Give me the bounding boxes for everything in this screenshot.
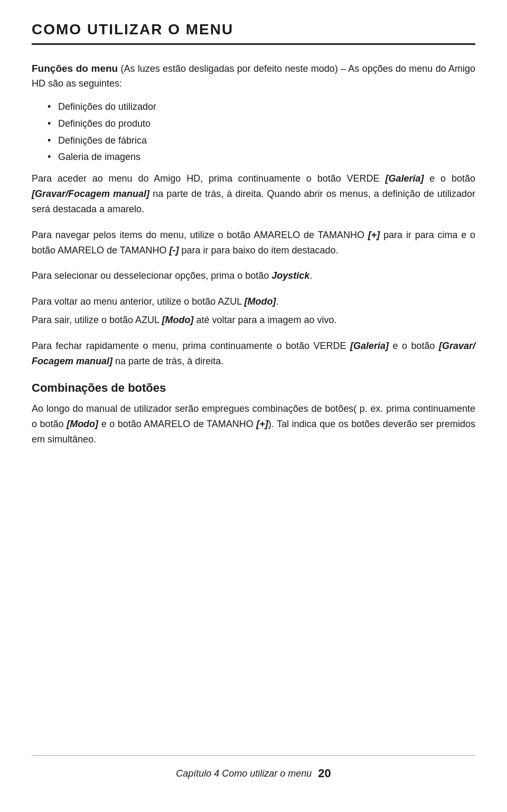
para2-bold2: [-] [169, 245, 179, 256]
para3-end: . [309, 270, 312, 281]
para4-bold: [Modo] [245, 296, 276, 307]
section-heading: Funções do menu [32, 63, 118, 74]
footer-text: Capítulo 4 Como utilizar o menu [176, 768, 312, 779]
page-footer: Capítulo 4 Como utilizar o menu 20 [32, 755, 475, 780]
content-area: Funções do menu (As luzes estão desligad… [32, 61, 475, 734]
para7-bold1: [Modo] [67, 419, 98, 429]
para6-bold1: [Galeria] [350, 341, 389, 351]
footer-page-number: 20 [318, 767, 331, 780]
para1-bold2: [Gravar/Focagem manual] [32, 188, 149, 199]
para4-text: Para voltar ao menu anterior, utilize o … [32, 296, 245, 307]
list-item: Definições de fábrica [48, 134, 475, 148]
paragraph-6: Para fechar rapidamente o menu, prima co… [32, 338, 475, 369]
list-item: Definições do utilizador [48, 100, 475, 115]
para2-text: Para navegar pelos items do menu, utiliz… [32, 230, 368, 240]
paragraph-1: Para aceder ao menu do Amigo HD, prima c… [32, 171, 475, 216]
para1-mid: e o botão [424, 173, 475, 184]
para1-text: Para aceder ao menu do Amigo HD, prima c… [32, 173, 385, 184]
section-subtitle: Combinações de botões [32, 379, 475, 397]
page-title: COMO UTILIZAR O MENU [32, 21, 475, 45]
bullet-list: Definições do utilizador Definições do p… [48, 100, 475, 165]
para7-mid: e o botão AMARELO de TAMANHO [98, 419, 256, 429]
para5-end: até voltar para a imagem ao vivo. [193, 315, 336, 325]
paragraph-7: Ao longo do manual de utilizador serão e… [32, 401, 475, 447]
para7-bold2: [+] [256, 419, 268, 429]
para2-end: para ir para baixo do item destacado. [179, 245, 338, 256]
para6-end: na parte de trás, à direita. [112, 356, 223, 366]
paragraph-2: Para navegar pelos items do menu, utiliz… [32, 228, 475, 258]
para4-end: . [276, 296, 279, 307]
list-item: Galeria de imagens [48, 150, 475, 165]
para1-bold1: [Galeria] [385, 173, 424, 184]
para6-text: Para fechar rapidamente o menu, prima co… [32, 341, 350, 351]
page-container: COMO UTILIZAR O MENU Funções do menu (As… [0, 0, 507, 812]
para3-start: Para selecionar ou desselecionar opções,… [32, 270, 271, 281]
paragraph-5: Para sair, utilize o botão AZUL [Modo] a… [32, 313, 475, 328]
paragraph-3: Para selecionar ou desselecionar opções,… [32, 268, 475, 284]
paragraph-4: Para voltar ao menu anterior, utilize o … [32, 294, 475, 309]
para2-bold1: [+] [368, 230, 380, 240]
para5-bold: [Modo] [162, 315, 193, 325]
para5-text: Para sair, utilize o botão AZUL [32, 315, 162, 325]
intro-paragraph: Funções do menu (As luzes estão desligad… [32, 61, 475, 91]
list-item: Definições do produto [48, 117, 475, 131]
para3-bold: Joystick [271, 270, 309, 281]
para6-mid: e o botão [389, 341, 439, 351]
